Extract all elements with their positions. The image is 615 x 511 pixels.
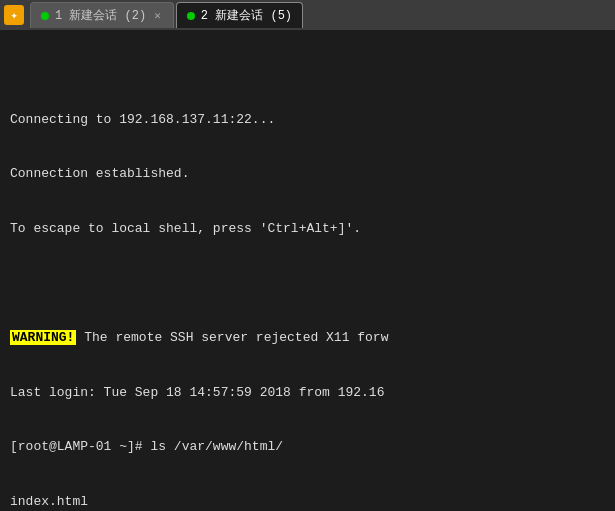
line-6: [root@LAMP-01 ~]# ls /var/www/html/ [10,438,605,456]
line-blank [10,274,605,292]
terminal-window[interactable]: Connecting to 192.168.137.11:22... Conne… [0,30,615,511]
warning-badge: WARNING! [10,330,76,345]
line-3: To escape to local shell, press 'Ctrl+Al… [10,220,605,238]
tab1-label: 1 新建会话 (2) [55,7,146,24]
title-bar: ✦ 1 新建会话 (2) ✕ 2 新建会话 (5) [0,0,615,30]
terminal-content: Connecting to 192.168.137.11:22... Conne… [10,74,605,511]
line-2: Connection established. [10,165,605,183]
tab1-dot [41,12,49,20]
tab1-close[interactable]: ✕ [152,9,163,22]
warning-rest: The remote SSH server rejected X11 forw [76,330,388,345]
line-7: index.html [10,493,605,511]
tab-session-2[interactable]: 2 新建会话 (5) [176,2,303,28]
tab2-label: 2 新建会话 (5) [201,7,292,24]
tab2-dot [187,12,195,20]
line-warning: WARNING! The remote SSH server rejected … [10,329,605,347]
app-icon: ✦ [4,5,24,25]
line-5: Last login: Tue Sep 18 14:57:59 2018 fro… [10,384,605,402]
line-1: Connecting to 192.168.137.11:22... [10,111,605,129]
tab-session-1[interactable]: 1 新建会话 (2) ✕ [30,2,174,28]
